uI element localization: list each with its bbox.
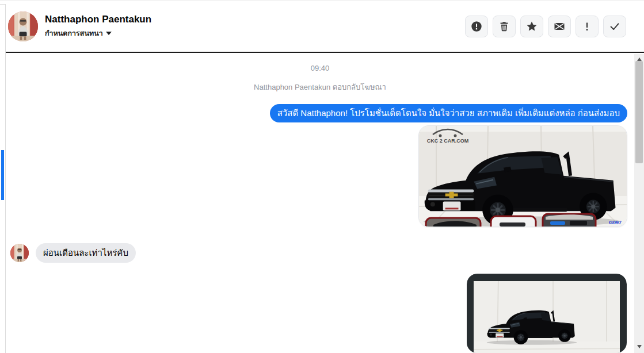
contact-identity: Natthaphon Paentakun กำหนดการสนทนา — [45, 13, 151, 39]
left-panel-scrollbar-thumb[interactable] — [1, 150, 4, 200]
incoming-message-row: ผ่อนเดือนละเท่าไหร่คับ — [10, 243, 136, 263]
sender-avatar[interactable] — [10, 244, 29, 262]
chat-scrollbar-thumb[interactable] — [635, 61, 643, 163]
chevron-down-icon — [106, 32, 112, 35]
chat-scrollbar[interactable] — [634, 54, 644, 353]
conversation-header: Natthaphon Paentakun กำหนดการสนทนา — [6, 1, 644, 53]
star-icon — [525, 20, 538, 33]
timestamp-label: 09:40 — [311, 64, 330, 73]
trash-icon — [498, 20, 510, 33]
message-thread: 09:40 Natthaphon Paentakun ตอบกลับโฆษณา … — [6, 54, 634, 353]
report-button[interactable] — [465, 16, 488, 37]
ad-reply-context-note: Natthaphon Paentakun ตอบกลับโฆษณา — [254, 83, 386, 92]
triangle-down-icon — [637, 345, 642, 348]
second-car-photo-attachment[interactable] — [467, 274, 627, 353]
exclamation-icon — [581, 20, 593, 33]
outgoing-message-bubble: สวัสดี Natthaphon! โปรโมชั่นเด็ดโดนใจ มั… — [270, 104, 627, 122]
scroll-down-arrow[interactable] — [634, 343, 644, 351]
delete-button[interactable] — [493, 16, 516, 37]
check-icon — [608, 20, 621, 33]
car-photo-attachment[interactable]: CKC 2 CAR.COM G097 — [419, 126, 627, 227]
messenger-window: Natthaphon Paentakun กำหนดการสนทนา — [0, 0, 644, 353]
conversation-schedule-dropdown[interactable]: กำหนดการสนทนา — [45, 28, 151, 39]
photo-id-label: G097 — [609, 220, 622, 225]
contact-name: Natthaphon Paentakun — [45, 13, 151, 26]
mark-unread-button[interactable] — [548, 16, 571, 37]
alert-circle-icon — [470, 20, 483, 33]
header-action-bar — [465, 16, 626, 37]
contact-avatar[interactable] — [8, 11, 38, 41]
incoming-message-bubble: ผ่อนเดือนละเท่าไหร่คับ — [36, 243, 136, 263]
mark-done-button[interactable] — [603, 16, 626, 37]
svg-text:CKC 2 CAR.COM: CKC 2 CAR.COM — [427, 138, 469, 144]
car-promo-card: CKC 2 CAR.COM G097 ผ่อนเริ่ม 4,xxx / 12เ… — [418, 125, 627, 227]
mark-important-button[interactable] — [576, 16, 599, 37]
conversation-schedule-label: กำหนดการสนทนา — [45, 28, 103, 39]
star-button[interactable] — [520, 16, 543, 37]
mail-cross-icon — [552, 20, 566, 33]
